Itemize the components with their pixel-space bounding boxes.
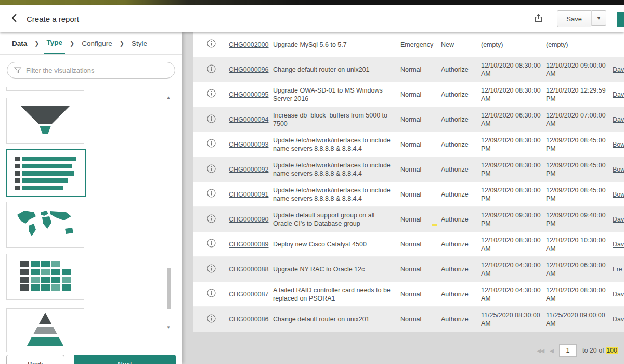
assignee-link[interactable]: Dav [613, 315, 624, 323]
share-button[interactable] [534, 13, 543, 25]
header-bar: Create a report Save ▼ [0, 5, 624, 32]
change-number-link[interactable]: CHG0000092 [229, 165, 273, 174]
visualization-list [0, 87, 182, 352]
assignee-link[interactable]: Dav [613, 215, 624, 224]
short-description-cell: Change default router on unix201 [273, 315, 400, 323]
assignee-link[interactable]: Bow [613, 190, 624, 199]
assignee-link[interactable]: Dav [613, 240, 624, 249]
save-dropdown-button[interactable]: ▼ [591, 10, 606, 26]
row-info-button[interactable] [207, 64, 216, 75]
report-type-panel: Data ❯ Type ❯ Configure ❯ Style [0, 32, 182, 364]
change-number-link[interactable]: CHG0000094 [229, 115, 273, 124]
row-info-button[interactable] [207, 139, 216, 150]
short-description-cell: Deploy new Cisco Catalyst 4500 [273, 240, 400, 249]
viz-thumb-funnel[interactable] [6, 98, 84, 144]
back-step-button[interactable]: Back [6, 355, 64, 364]
visualization-filter [7, 62, 175, 79]
change-number-link[interactable]: CHG0000088 [229, 265, 273, 274]
table-row: CHG0000096 Change default router on unix… [193, 57, 624, 82]
first-page-button[interactable]: ◀◀ [537, 348, 544, 354]
info-circle-icon [207, 139, 216, 150]
row-info-button[interactable] [207, 189, 216, 200]
assignee-link[interactable]: Dav [613, 115, 624, 124]
viz-thumb-world-map[interactable] [6, 202, 84, 248]
tab-type[interactable]: Type [44, 32, 65, 54]
triangle-up-icon: ▲ [166, 95, 171, 100]
short-description-cell: A failed RAID controller card needs to b… [273, 286, 400, 303]
row-info-button[interactable] [207, 214, 216, 225]
change-number-link[interactable]: CHG0000095 [229, 90, 273, 99]
prev-page-button[interactable]: ◀ [550, 348, 553, 354]
scroll-down-button[interactable]: ▼ [165, 324, 172, 331]
row-info-button[interactable] [207, 39, 216, 50]
change-number-link[interactable]: CHG0000086 [229, 315, 273, 323]
scrollbar-thumb[interactable] [167, 268, 171, 309]
priority-cell: Normal [400, 215, 441, 224]
world-map-icon [14, 207, 76, 242]
planned-end-cell: 12/09/2020 09:40:00 PM [546, 211, 613, 228]
chevron-left-icon [9, 13, 19, 25]
row-info-button[interactable] [207, 264, 216, 275]
state-cell: Authorize [441, 315, 481, 323]
triangle-down-icon: ▼ [166, 325, 171, 330]
state-cell: Authorize [441, 265, 481, 274]
change-number-link[interactable]: CHG0000093 [229, 140, 273, 149]
row-info-button[interactable] [207, 114, 216, 125]
tab-configure[interactable]: Configure [79, 32, 115, 54]
short-description-cell: Update default support group on all Orac… [273, 211, 400, 228]
assignee-link[interactable]: Fre [613, 265, 624, 274]
next-step-button[interactable]: Next [74, 355, 176, 364]
assignee-link[interactable]: Dav [613, 90, 624, 99]
change-number-link[interactable]: CHG0002000 [229, 41, 273, 49]
table-row: CHG0002000 Upgrade MySql 5.6 to 5.7 Emer… [193, 32, 624, 57]
change-number-link[interactable]: CHG0000089 [229, 240, 273, 249]
short-description-cell: Update /etc/network/interfaces to includ… [273, 186, 400, 203]
tab-data[interactable]: Data [9, 32, 30, 54]
short-description-cell: Update /etc/network/interfaces to includ… [273, 161, 400, 178]
state-cell: Authorize [441, 66, 481, 74]
row-info-button[interactable] [207, 89, 216, 100]
assignee-link[interactable]: Bow [613, 140, 624, 149]
viz-thumb-pyramid[interactable] [6, 308, 84, 352]
viz-thumb-heatmap[interactable] [6, 254, 84, 300]
tab-style[interactable]: Style [129, 32, 150, 54]
save-button[interactable]: Save [557, 10, 591, 27]
planned-end-cell: 12/10/2020 07:00:00 AM [546, 111, 613, 128]
row-info-button[interactable] [207, 164, 216, 175]
table-row: CHG0000090 Update default support group … [193, 207, 624, 232]
planned-start-cell: 12/09/2020 08:30:00 PM [481, 186, 546, 203]
row-info-button[interactable] [207, 314, 216, 325]
change-number-link[interactable]: CHG0000090 [229, 215, 273, 224]
assignee-link[interactable]: Bow [613, 165, 624, 174]
change-number-link[interactable]: CHG0000087 [229, 290, 273, 298]
priority-cell: Normal [400, 315, 441, 323]
info-circle-icon [207, 89, 216, 100]
change-number-link[interactable]: CHG0000091 [229, 190, 273, 199]
funnel-chart-icon [17, 103, 74, 138]
planned-start-cell: (empty) [481, 41, 546, 49]
funnel-icon [14, 66, 22, 76]
filter-visualizations-input[interactable] [7, 62, 175, 79]
highlight-mark [432, 224, 437, 226]
short-description-cell: Upgrade NY RAC to Oracle 12c [273, 265, 400, 274]
viz-thumb-bar-list[interactable] [6, 149, 86, 197]
assignee-link[interactable]: Dav [613, 66, 624, 74]
planned-end-cell: 12/10/2020 06:30:00 AM [546, 261, 613, 278]
scroll-up-button[interactable]: ▲ [165, 95, 172, 101]
priority-cell: Normal [400, 240, 441, 249]
row-info-button[interactable] [207, 289, 216, 300]
create-report-screen: Create a report Save ▼ Data ❯ Type ❯ Con… [0, 0, 624, 364]
change-number-link[interactable]: CHG0000096 [229, 66, 273, 74]
info-circle-icon [207, 214, 216, 225]
page-number-input[interactable] [559, 344, 577, 357]
wizard-footer: Back Next [0, 352, 182, 364]
assignee-link[interactable]: Dav [613, 290, 624, 298]
page-title: Create a report [27, 15, 79, 23]
table-row: CHG0000088 Upgrade NY RAC to Oracle 12c … [193, 257, 624, 282]
row-info-button[interactable] [207, 239, 216, 250]
pagination-range-label: to 20 of [582, 347, 604, 354]
info-circle-icon [207, 114, 216, 125]
back-button[interactable] [9, 13, 19, 25]
viz-thumb-partial[interactable] [6, 87, 84, 91]
cut-off-action-button[interactable] [617, 12, 624, 27]
